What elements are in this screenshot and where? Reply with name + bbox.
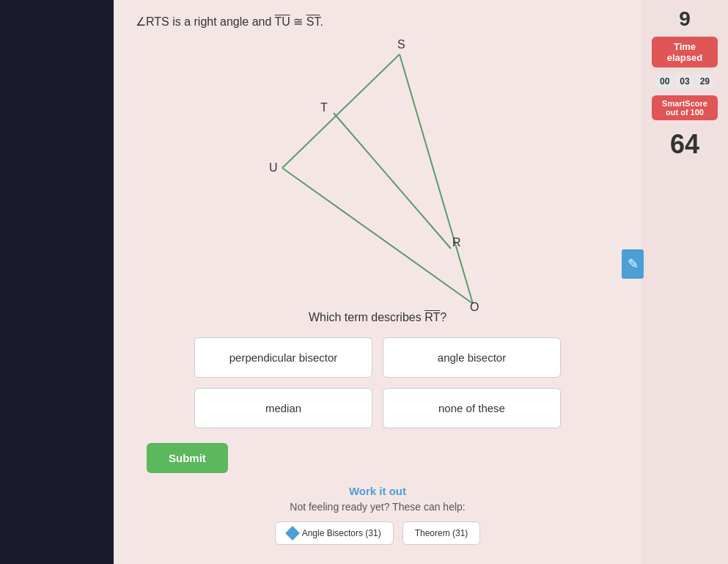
help-button-theorem[interactable]: Theorem (31) [402,521,481,545]
blue-arrow-icon[interactable]: ✎ [622,249,644,279]
timer-minutes: 03 [676,75,693,88]
smartscore-label: SmartScore [662,99,707,108]
help-button-2-label: Theorem (31) [415,528,468,538]
svg-text:Q: Q [470,301,479,311]
help-buttons-container: Angle Bisectors (31) Theorem (31) [114,521,641,545]
svg-text:U: U [269,161,278,174]
answer-perpendicular-bisector[interactable]: perpendicular bisector [194,337,372,378]
time-elapsed-box: Time elapsed [652,37,718,67]
svg-text:S: S [397,38,405,51]
diagram-area: S T U R Q [253,32,502,311]
timer-seconds: 29 [696,75,713,88]
help-button-1-label: Angle Bisectors (31) [302,528,381,538]
question-text: Which term describes RT? [114,311,641,324]
svg-line-0 [282,54,400,168]
left-panel [0,0,114,564]
answer-median[interactable]: median [194,388,372,428]
svg-line-1 [282,168,473,304]
question-number: 9 [679,7,691,31]
sidebar-right: 9 Time elapsed 00 03 29 SmartScore out o… [641,0,728,564]
time-elapsed-label: Time elapsed [667,41,702,63]
diamond-icon [285,526,300,541]
smartscore-value: 64 [670,129,699,160]
answer-angle-bisector[interactable]: angle bisector [383,337,561,378]
svg-text:T: T [320,101,328,114]
submit-button[interactable]: Submit [147,443,228,473]
svg-line-2 [400,54,473,304]
work-it-out-link[interactable]: Work it out [114,485,641,497]
smartscore-sublabel: out of 100 [666,108,704,117]
svg-text:R: R [452,236,461,249]
smartscore-box: SmartScore out of 100 [652,95,718,120]
answer-grid: perpendicular bisector angle bisector me… [194,337,561,428]
problem-statement: ∠RTS is a right angle and TU ≅ ST. [114,0,641,32]
geometry-diagram: S T U R Q [253,32,502,311]
answer-none-of-these[interactable]: none of these [383,388,561,428]
timer-display: 00 03 29 [656,75,713,88]
svg-line-3 [334,113,451,249]
statement-text: ∠RTS is a right angle and TU ≅ ST. [136,15,323,28]
main-content: ∠RTS is a right angle and TU ≅ ST. S T U… [114,0,641,564]
not-ready-text: Not feeling ready yet? These can help: [114,501,641,513]
timer-hours: 00 [656,75,673,88]
help-button-angle-bisectors[interactable]: Angle Bisectors (31) [275,521,394,545]
